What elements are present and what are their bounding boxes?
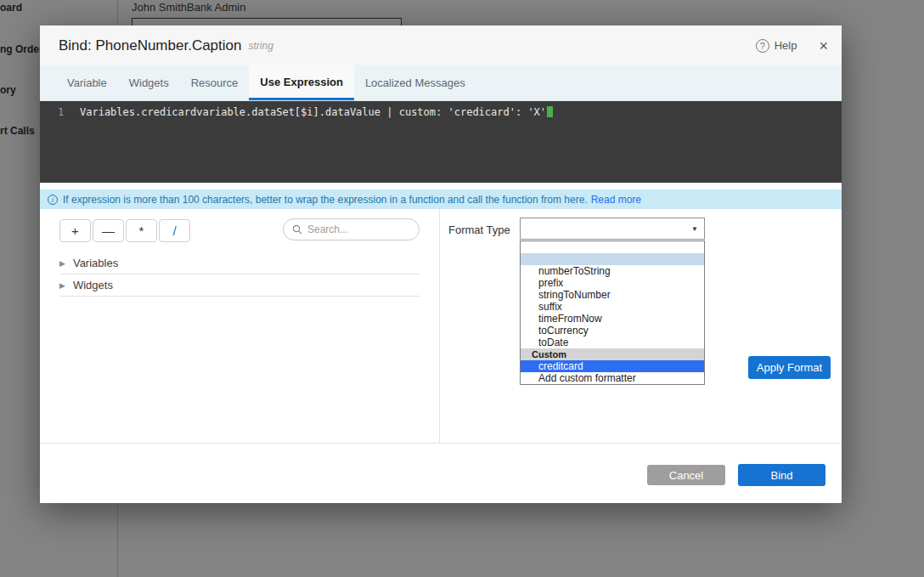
multiply-operator-button[interactable]: * bbox=[126, 219, 157, 242]
dropdown-option-toDate[interactable]: toDate bbox=[521, 337, 704, 348]
dialog-footer: Cancel Bind bbox=[40, 443, 842, 503]
help-icon[interactable]: ? bbox=[756, 39, 769, 53]
dialog-content: + — * / ▶ Variables ▶ Widgets Format bbox=[40, 209, 842, 443]
dialog-type-hint: string bbox=[248, 40, 273, 52]
help-label[interactable]: Help bbox=[775, 39, 797, 52]
info-text: If expression is more than 100 character… bbox=[63, 194, 588, 206]
dropdown-option-timeFromNow[interactable]: timeFromNow bbox=[521, 313, 704, 325]
tree-item-label: Variables bbox=[73, 257, 118, 269]
operator-toolbar: + — * / bbox=[59, 219, 190, 242]
format-type-label: Format Type bbox=[448, 223, 510, 236]
dropdown-option-prefix[interactable]: prefix bbox=[521, 277, 704, 289]
tree-item-variables[interactable]: ▶ Variables bbox=[59, 252, 420, 274]
tab-variable[interactable]: Variable bbox=[56, 65, 118, 100]
expression-tree: ▶ Variables ▶ Widgets bbox=[59, 252, 420, 297]
dropdown-option-stringToNumber[interactable]: stringToNumber bbox=[521, 289, 704, 301]
dialog-tabs: Variable Widgets Resource Use Expression… bbox=[40, 65, 842, 101]
tree-item-label: Widgets bbox=[73, 279, 113, 291]
apply-format-button[interactable]: Apply Format bbox=[748, 356, 831, 379]
tab-localized-messages[interactable]: Localized Messages bbox=[354, 65, 476, 100]
tree-item-widgets[interactable]: ▶ Widgets bbox=[59, 274, 420, 297]
panel-divider bbox=[439, 209, 440, 443]
chevron-right-icon[interactable]: ▶ bbox=[59, 259, 65, 268]
editor-caret bbox=[547, 106, 553, 117]
cancel-button[interactable]: Cancel bbox=[647, 465, 725, 485]
dropdown-option-toCurrency[interactable]: toCurrency bbox=[521, 325, 704, 337]
dropdown-option-suffix[interactable]: suffix bbox=[521, 301, 704, 313]
format-type-select[interactable]: ▼ bbox=[520, 218, 705, 240]
format-type-dropdown: numberToString prefix stringToNumber suf… bbox=[520, 240, 705, 385]
bind-dialog: Bind: PhoneNumber.Caption string ? Help … bbox=[40, 25, 842, 503]
chevron-right-icon[interactable]: ▶ bbox=[59, 281, 65, 290]
bind-button[interactable]: Bind bbox=[738, 464, 825, 486]
info-icon: i bbox=[48, 195, 58, 205]
dropdown-group-custom: Custom bbox=[521, 348, 704, 360]
minus-operator-button[interactable]: — bbox=[93, 219, 124, 242]
tab-use-expression[interactable]: Use Expression bbox=[249, 65, 354, 100]
expression-editor[interactable]: 1 Variables.credicardvariable.dataSet[$i… bbox=[40, 101, 842, 183]
plus-operator-button[interactable]: + bbox=[59, 219, 91, 242]
dropdown-option-numberToString[interactable]: numberToString bbox=[521, 265, 704, 277]
chevron-down-icon[interactable]: ▼ bbox=[691, 225, 698, 233]
search-icon bbox=[292, 224, 302, 235]
close-icon[interactable]: × bbox=[819, 38, 828, 54]
expression-text: Variables.credicardvariable.dataSet[$i].… bbox=[80, 106, 546, 118]
tab-widgets[interactable]: Widgets bbox=[118, 65, 180, 100]
dropdown-option-empty-hover[interactable] bbox=[521, 253, 704, 265]
dialog-header: Bind: PhoneNumber.Caption string ? Help … bbox=[40, 25, 842, 65]
tab-resource[interactable]: Resource bbox=[180, 65, 250, 100]
dropdown-option-empty[interactable] bbox=[521, 241, 704, 253]
read-more-link[interactable]: Read more bbox=[591, 194, 641, 206]
search-box bbox=[283, 218, 420, 240]
editor-code[interactable]: Variables.credicardvariable.dataSet[$i].… bbox=[80, 101, 553, 183]
divide-operator-button[interactable]: / bbox=[159, 219, 190, 242]
dropdown-option-add-custom-formatter[interactable]: Add custom formatter bbox=[521, 372, 704, 384]
dropdown-option-creditcard[interactable]: creditcard bbox=[521, 360, 704, 372]
search-input[interactable] bbox=[307, 223, 410, 235]
info-bar: i If expression is more than 100 charact… bbox=[40, 190, 842, 209]
dialog-title: Bind: PhoneNumber.Caption bbox=[59, 37, 241, 54]
editor-line-number: 1 bbox=[40, 101, 80, 183]
